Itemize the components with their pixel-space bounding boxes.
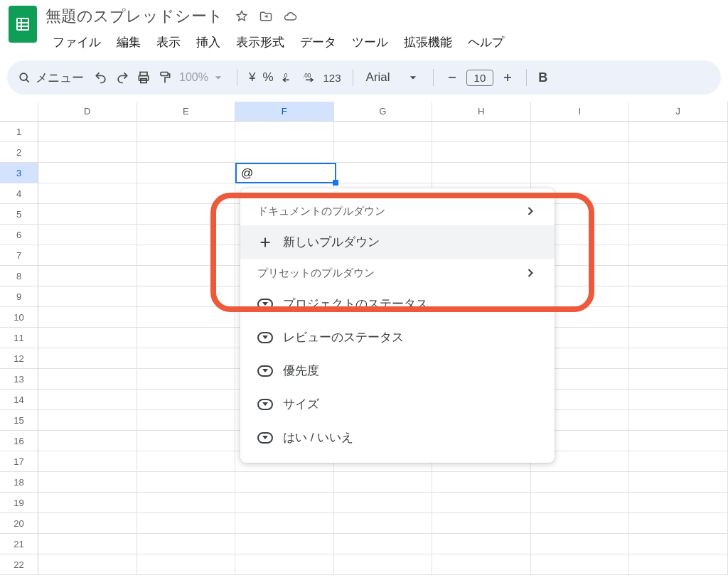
decrease-font-icon[interactable] [445, 70, 459, 85]
cell[interactable] [137, 390, 236, 410]
menu-help[interactable]: ヘルプ [461, 31, 511, 53]
increase-font-icon[interactable] [500, 70, 515, 85]
cell[interactable] [137, 534, 236, 554]
cell[interactable] [38, 142, 137, 163]
document-title[interactable]: 無題のスプレッドシート [46, 6, 223, 27]
cell[interactable] [629, 328, 728, 348]
cell[interactable] [629, 369, 728, 390]
redo-icon[interactable] [115, 70, 129, 85]
cell[interactable] [38, 286, 137, 307]
menu-insert[interactable]: 挿入 [189, 31, 228, 53]
cell[interactable] [38, 122, 137, 142]
col-header-D[interactable]: D [38, 102, 137, 122]
popup-preset-item[interactable]: サイズ [240, 387, 555, 421]
cell[interactable] [38, 348, 137, 369]
cell[interactable] [38, 390, 137, 410]
cell[interactable] [38, 513, 137, 534]
cell[interactable] [432, 472, 531, 493]
cell[interactable] [137, 513, 236, 534]
cell[interactable] [629, 390, 728, 410]
cell[interactable] [137, 307, 236, 328]
row-header-2[interactable]: 2 [0, 142, 38, 163]
row-header-21[interactable]: 21 [0, 534, 38, 554]
cell[interactable] [629, 142, 728, 163]
print-icon[interactable] [136, 70, 151, 85]
cell[interactable] [334, 513, 433, 534]
cell[interactable] [137, 163, 236, 183]
cell[interactable] [235, 142, 334, 163]
cell[interactable] [432, 534, 531, 554]
cell[interactable] [432, 142, 531, 163]
row-header-3[interactable]: 3 [0, 163, 38, 183]
row-header-17[interactable]: 17 [0, 451, 38, 472]
cell[interactable] [334, 534, 433, 554]
cell[interactable] [38, 451, 137, 472]
row-header-19[interactable]: 19 [0, 493, 38, 513]
cell[interactable] [629, 451, 728, 472]
cell[interactable] [629, 493, 728, 513]
cell[interactable] [137, 122, 236, 142]
menu-file[interactable]: ファイル [46, 31, 108, 53]
menu-data[interactable]: データ [293, 31, 343, 53]
cell[interactable] [531, 554, 630, 575]
cell[interactable] [38, 163, 137, 183]
cell[interactable] [432, 163, 531, 183]
bold-button[interactable]: B [538, 70, 547, 85]
popup-section-document-dropdown[interactable]: ドキュメントのプルダウン [240, 197, 555, 225]
row-header-7[interactable]: 7 [0, 245, 38, 266]
currency-format-button[interactable]: ¥ [249, 70, 255, 85]
cell[interactable] [235, 554, 334, 575]
cell[interactable] [137, 204, 236, 225]
cell[interactable] [137, 225, 236, 245]
cell[interactable] [334, 163, 433, 183]
cell[interactable] [531, 122, 630, 142]
cell[interactable] [531, 534, 630, 554]
row-header-6[interactable]: 6 [0, 225, 38, 245]
cell[interactable] [137, 493, 236, 513]
font-select[interactable]: Arial [365, 70, 422, 85]
cell[interactable] [432, 122, 531, 142]
cell[interactable] [629, 554, 728, 575]
cell[interactable] [137, 328, 236, 348]
cell[interactable] [38, 183, 137, 204]
cell[interactable] [531, 493, 630, 513]
cell[interactable] [235, 534, 334, 554]
col-header-H[interactable]: H [432, 102, 531, 122]
cell[interactable] [38, 204, 137, 225]
menu-view[interactable]: 表示 [149, 31, 188, 53]
popup-section-preset-dropdown[interactable]: プリセットのプルダウン [240, 259, 555, 287]
spreadsheet-grid[interactable]: DEFGHIJ 12345678910111213141516171819202… [0, 102, 728, 575]
popup-item-new-dropdown[interactable]: 新しいプルダウン [240, 225, 555, 259]
row-header-22[interactable]: 22 [0, 554, 38, 575]
row-header-8[interactable]: 8 [0, 266, 38, 286]
cell[interactable] [137, 266, 236, 286]
cell[interactable] [235, 493, 334, 513]
cell[interactable] [38, 245, 137, 266]
cell[interactable] [531, 513, 630, 534]
row-header-15[interactable]: 15 [0, 410, 38, 431]
col-header-J[interactable]: J [629, 102, 728, 122]
cell[interactable] [432, 554, 531, 575]
cell[interactable] [235, 472, 334, 493]
cell[interactable] [629, 534, 728, 554]
paint-format-icon[interactable] [158, 70, 172, 85]
cell[interactable] [38, 554, 137, 575]
cell[interactable] [629, 307, 728, 328]
percent-format-button[interactable]: % [262, 70, 273, 85]
cell[interactable] [137, 286, 236, 307]
cell[interactable] [38, 266, 137, 286]
undo-icon[interactable] [94, 70, 108, 85]
cell[interactable] [334, 142, 433, 163]
cell[interactable] [334, 493, 433, 513]
cell[interactable] [629, 204, 728, 225]
row-header-12[interactable]: 12 [0, 348, 38, 369]
decrease-decimal-icon[interactable]: .0 [281, 70, 295, 85]
row-header-1[interactable]: 1 [0, 122, 38, 142]
popup-preset-item[interactable]: はい / いいえ [240, 421, 555, 454]
popup-preset-item[interactable]: レビューのステータス [240, 321, 555, 354]
cell[interactable] [137, 472, 236, 493]
cell[interactable] [137, 451, 236, 472]
cloud-status-icon[interactable] [283, 9, 297, 23]
cell[interactable] [629, 472, 728, 493]
popup-preset-item[interactable]: プロジェクトのステータス [240, 287, 555, 321]
